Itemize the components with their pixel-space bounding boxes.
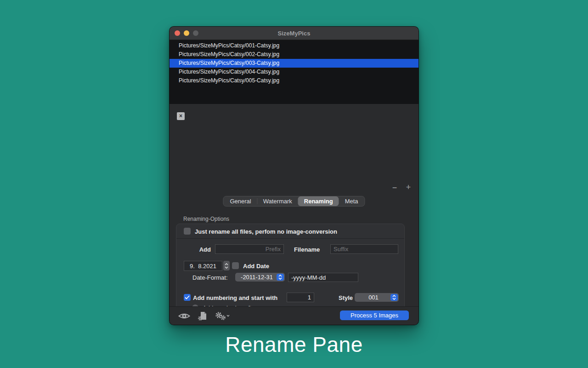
filename-label: Filename <box>294 246 320 253</box>
date-format-custom-input[interactable] <box>288 273 358 282</box>
just-rename-checkbox[interactable] <box>184 228 191 235</box>
app-window: SizeMyPics Pictures/SizeMyPics/Catsy/001… <box>169 26 419 325</box>
bottom-toolbar: Process 5 Images <box>170 306 418 325</box>
caption-text: Rename Pane <box>0 332 588 357</box>
chevron-down-icon <box>225 266 228 269</box>
chevron-up-icon <box>225 263 228 265</box>
popup-stepper-icon <box>277 274 284 281</box>
file-list-item[interactable]: Pictures/SizeMyPics/Catsy/002-Catsy.jpg <box>170 50 418 59</box>
file-list[interactable]: Pictures/SizeMyPics/Catsy/001-Catsy.jpg … <box>170 40 418 104</box>
file-list-item[interactable]: Pictures/SizeMyPics/Catsy/005-Catsy.jpg <box>170 76 418 85</box>
add-date-checkbox[interactable] <box>232 262 239 269</box>
chevron-down-icon <box>227 315 229 316</box>
add-numbering-checkbox[interactable] <box>184 294 191 301</box>
group-divider <box>176 238 404 239</box>
date-format-popup-value: -2011-12-31 <box>235 274 277 281</box>
tab-bar: General Watermark Renaming Meta <box>223 196 365 207</box>
date-format-label: Date-Format: <box>192 274 228 281</box>
process-gears-menu-icon[interactable] <box>215 311 230 321</box>
tab-general[interactable]: General <box>224 196 257 206</box>
preview-eye-icon[interactable] <box>178 312 191 320</box>
file-list-item[interactable]: Pictures/SizeMyPics/Catsy/004-Catsy.jpg <box>170 68 418 76</box>
tab-meta[interactable]: Meta <box>339 196 364 206</box>
popup-stepper-icon <box>390 294 398 301</box>
add-file-button[interactable]: + <box>403 183 414 192</box>
file-list-item-selected[interactable]: Pictures/SizeMyPics/Catsy/003-Catsy.jpg <box>170 59 418 68</box>
title-bar[interactable]: SizeMyPics <box>170 27 418 40</box>
suffix-input[interactable] <box>330 244 398 254</box>
tab-watermark[interactable]: Watermark <box>257 196 298 206</box>
renaming-options-label: Renaming-Options <box>183 216 229 222</box>
add-date-label: Add Date <box>243 263 269 270</box>
prefix-input[interactable] <box>215 244 284 254</box>
window-title: SizeMyPics <box>170 30 418 37</box>
add-numbering-label: Add numbering and start with <box>193 294 277 301</box>
numbering-start-input[interactable] <box>287 293 314 302</box>
style-popup[interactable]: 001 <box>355 293 399 302</box>
tab-renaming[interactable]: Renaming <box>298 196 339 206</box>
rename-all-checkbox[interactable] <box>184 325 191 325</box>
date-stepper[interactable] <box>223 261 230 270</box>
remove-file-button[interactable]: − <box>389 184 400 193</box>
style-popup-value: 001 <box>355 294 390 301</box>
convert-document-icon[interactable] <box>197 311 208 321</box>
file-list-item[interactable]: Pictures/SizeMyPics/Catsy/001-Catsy.jpg <box>170 41 418 50</box>
date-format-popup[interactable]: -2011-12-31 <box>235 273 285 282</box>
process-images-button[interactable]: Process 5 Images <box>340 310 409 320</box>
broken-image-placeholder-icon: × <box>177 112 185 120</box>
check-icon <box>185 295 190 299</box>
style-label: Style <box>339 294 353 301</box>
just-rename-label: Just rename all files, perfom no image-c… <box>195 228 337 235</box>
settings-pane: × − + General Watermark Renaming Meta Re… <box>170 104 418 325</box>
add-label: Add <box>176 246 211 253</box>
date-input[interactable] <box>184 261 222 271</box>
